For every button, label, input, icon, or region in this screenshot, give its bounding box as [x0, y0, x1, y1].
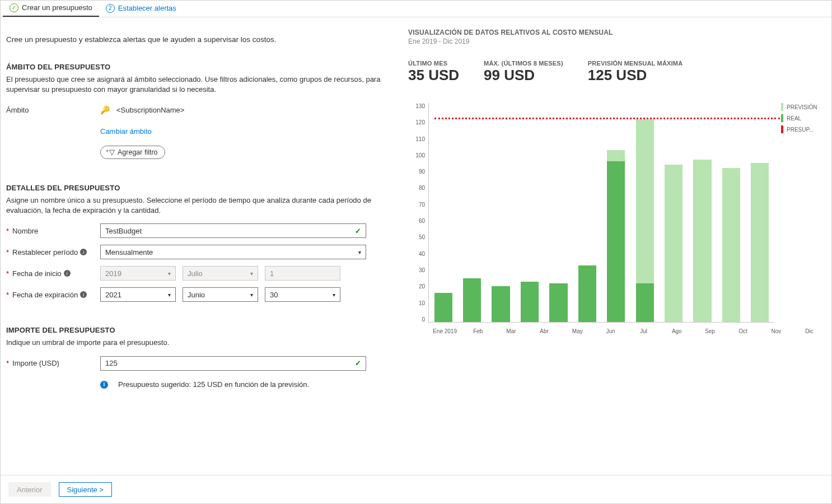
info-icon[interactable]: i: [80, 249, 87, 255]
chart-bar-slot: [516, 103, 543, 322]
reset-period-select[interactable]: Mensualmente ▾: [100, 245, 366, 259]
chart-bars: [429, 103, 774, 322]
end-month-select[interactable]: Junio▾: [183, 287, 258, 302]
start-year-value: 2019: [105, 269, 121, 278]
stat-row: ÚLTIMO MES 35 USD MÁX. (ÚLTIMOS 8 MESES)…: [408, 60, 826, 84]
chart-xaxis: Ene 2019FebMarAbrMayJunJulAgoSepOctNovDi…: [428, 325, 826, 334]
chart-yaxis: 1301201101009080706050403020100: [408, 103, 428, 323]
amount-input[interactable]: 125 ✓: [100, 356, 366, 371]
viz-panel: VISUALIZACIÓN DE DATOS RELATIVOS AL COST…: [392, 17, 831, 503]
stat-value: 99 USD: [484, 67, 563, 84]
stat-last-month: ÚLTIMO MES 35 USD: [408, 60, 459, 84]
chevron-down-icon: ▾: [168, 270, 171, 277]
amount-value: 125: [105, 359, 118, 367]
chart-bar-forecast: [665, 165, 683, 322]
chart-bar-real: [492, 286, 510, 322]
chart-ytick: 20: [419, 283, 425, 290]
stat-label: ÚLTIMO MES: [408, 60, 459, 67]
stat-max: MÁX. (ÚLTIMOS 8 MESES) 99 USD: [484, 60, 563, 84]
legend-label: PRESUP...: [787, 127, 814, 133]
chart-ytick: 100: [415, 152, 425, 158]
start-day-input: 1: [265, 266, 340, 281]
chart-bar-slot: [545, 103, 572, 322]
info-icon[interactable]: i: [64, 270, 71, 277]
chart-bar-slot: [632, 103, 658, 322]
legend-label: REAL: [787, 115, 801, 122]
chart-bar-slot: [689, 103, 716, 322]
scope-row: Ámbito 🔑 <SubscriptionName>: [6, 102, 384, 118]
wizard-footer: Anterior Siguiente >: [1, 475, 831, 503]
chart-ytick: 120: [415, 119, 425, 125]
chart-ytick: 10: [419, 300, 425, 306]
chart-bar-slot: [603, 103, 629, 322]
chart-bar-forecast: [693, 160, 711, 322]
scope-value: <SubscriptionName>: [116, 106, 184, 114]
add-filter-button[interactable]: ⁺▽ Agregar filtro: [100, 146, 165, 159]
amount-helper: Indique un umbral de importe para el pre…: [6, 338, 384, 348]
chart-xtick: Ago: [660, 325, 693, 334]
chart-ytick: 80: [419, 185, 425, 191]
info-icon[interactable]: i: [80, 291, 87, 298]
chart-bar-real: [463, 278, 481, 322]
chart-xtick: Sep: [693, 325, 726, 334]
chart-bar-slot: [430, 103, 456, 322]
end-year-select[interactable]: 2021▾: [100, 287, 176, 302]
start-day-value: 1: [270, 269, 274, 278]
end-day-select[interactable]: 30▾: [265, 287, 340, 302]
chevron-down-icon: ▾: [250, 292, 253, 298]
chart: 1301201101009080706050403020100 PREVISIÓ…: [408, 103, 826, 349]
chart-ytick: 0: [422, 316, 425, 323]
chart-legend: PREVISIÓN REAL PRESUP...: [774, 103, 826, 349]
key-icon: 🔑: [100, 105, 110, 114]
chart-bar-real: [607, 161, 625, 322]
chart-bar-slot: [747, 103, 773, 322]
details-helper: Asigne un nombre único a su presupuesto.…: [6, 195, 384, 215]
chart-budget-line: [434, 118, 780, 119]
next-button[interactable]: Siguiente >: [59, 482, 112, 497]
end-date-label: Fecha de expiración: [12, 291, 78, 299]
tab-label: Crear un presupuesto: [22, 3, 92, 12]
chart-xtick: Jun: [594, 325, 627, 334]
scope-heading: ÁMBITO DEL PRESUPUESTO: [6, 63, 384, 71]
start-date-label: Fecha de inicio: [12, 269, 61, 278]
wizard-tabs: ✓ Crear un presupuesto 2 Establecer aler…: [1, 1, 831, 17]
chart-ytick: 70: [419, 202, 425, 208]
chart-ytick: 130: [415, 103, 425, 109]
scope-helper: El presupuesto que cree se asignará al á…: [6, 74, 384, 94]
chart-xtick: Oct: [727, 325, 760, 334]
chart-bar-slot: [488, 103, 514, 322]
name-input[interactable]: TestBudget ✓: [100, 223, 366, 238]
chevron-down-icon: ▾: [250, 270, 253, 277]
details-heading: DETALLES DEL PRESUPUESTO: [6, 184, 384, 192]
legend-budget: PRESUP...: [781, 125, 826, 133]
name-label: Nombre: [12, 227, 38, 235]
step-number-icon: 2: [106, 4, 115, 13]
chart-bar-real: [434, 293, 452, 322]
chart-bar-real: [578, 265, 596, 322]
form-panel: Cree un presupuesto y establezca alertas…: [1, 17, 392, 503]
tab-create-budget[interactable]: ✓ Crear un presupuesto: [3, 1, 99, 17]
end-month-value: Junio: [188, 291, 205, 299]
chart-xtick: Dic: [793, 325, 826, 334]
amount-heading: IMPORTE DEL PRESUPUESTO: [6, 326, 384, 334]
stat-label: PREVISIÓN MENSUAL MÁXIMA: [588, 60, 683, 67]
chart-bar-real: [549, 283, 567, 323]
amount-suggestion: Presupuesto sugerido: 125 USD en función…: [118, 380, 309, 389]
stat-label: MÁX. (ÚLTIMOS 8 MESES): [484, 60, 563, 67]
chevron-down-icon: ▾: [333, 292, 335, 298]
change-scope-link[interactable]: Cambiar ámbito: [100, 127, 152, 136]
chart-bar-real: [521, 282, 539, 322]
swatch-budget-icon: [781, 125, 783, 133]
check-icon: ✓: [355, 227, 361, 235]
chart-xtick: May: [561, 325, 594, 334]
chart-plot: [428, 103, 774, 323]
info-icon: i: [100, 381, 108, 389]
reset-label: Restablecer período: [12, 248, 78, 256]
tab-set-alerts[interactable]: 2 Establecer alertas: [99, 2, 183, 16]
add-filter-label: Agregar filtro: [118, 148, 158, 156]
filter-icon: ⁺▽: [105, 148, 115, 157]
chart-xtick: Nov: [760, 325, 793, 334]
stat-value: 125 USD: [588, 67, 683, 84]
name-value: TestBudget: [105, 227, 142, 235]
chart-bar-slot: [718, 103, 744, 322]
